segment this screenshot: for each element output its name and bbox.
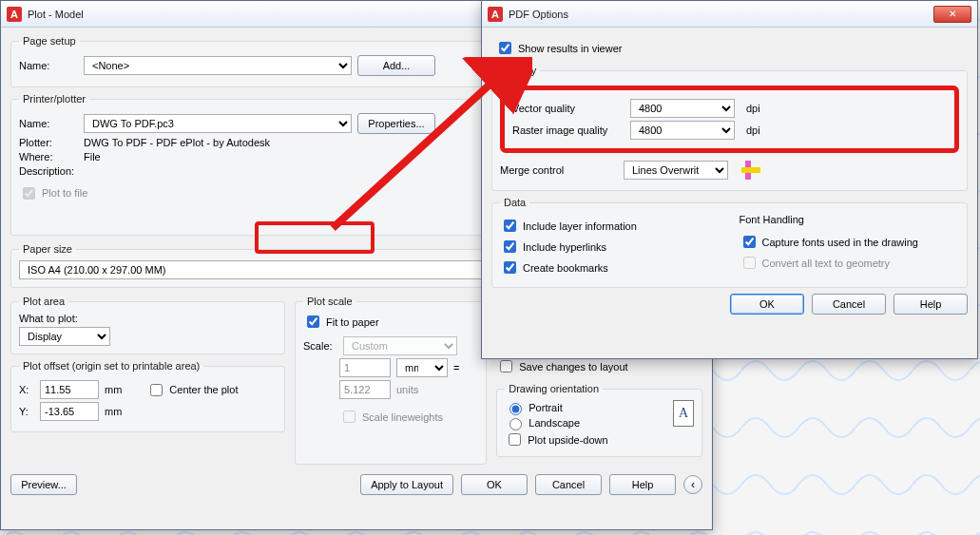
- pdf-ok-button[interactable]: OK: [730, 294, 804, 315]
- plot-to-file-checkbox: Plot to file: [19, 184, 87, 202]
- include-hyperlinks-checkbox[interactable]: Include hyperlinks: [500, 238, 721, 256]
- scale-equals: =: [453, 362, 459, 373]
- upside-down-checkbox[interactable]: Plot upside-down: [505, 430, 673, 449]
- quality-group: Quality Vector quality 4800 dpi Raster i…: [491, 65, 968, 191]
- convert-text-checkbox: Convert all text to geometry: [740, 254, 960, 272]
- data-legend: Data: [500, 197, 529, 208]
- merge-control-label: Merge control: [500, 164, 618, 176]
- orientation-icon: A: [673, 400, 694, 427]
- pdf-help-button[interactable]: Help: [894, 294, 968, 315]
- scale-lineweights-checkbox: Scale lineweights: [339, 408, 443, 426]
- font-handling-label: Font Handling: [740, 214, 960, 225]
- pdf-cancel-button[interactable]: Cancel: [812, 294, 886, 315]
- create-bookmarks-checkbox[interactable]: Create bookmarks: [500, 258, 721, 277]
- scale-numerator-input: [339, 358, 391, 377]
- vector-quality-label: Vector quality: [512, 103, 625, 114]
- offset-x-unit: mm: [105, 384, 122, 395]
- offset-y-unit: mm: [105, 406, 122, 417]
- portrait-radio[interactable]: Portrait: [505, 400, 673, 415]
- printer-legend: Printer/plotter: [19, 93, 89, 105]
- printer-name-select[interactable]: DWG To PDF.pc3: [84, 114, 352, 133]
- paper-size-group: Paper size ISO A4 (210.00 x 297.00 MM): [10, 243, 544, 288]
- plot-scale-group: Plot scale Fit to paper Scale: Custom mm…: [295, 296, 487, 465]
- where-label: Where:: [19, 151, 78, 162]
- data-group: Data Include layer information Include h…: [491, 197, 968, 288]
- orientation-group: Drawing orientation Portrait Landscape P…: [496, 383, 702, 457]
- scale-select: Custom: [343, 336, 457, 355]
- close-button[interactable]: ✕: [933, 6, 971, 23]
- paper-size-select[interactable]: ISO A4 (210.00 x 297.00 MM): [19, 260, 535, 279]
- page-setup-name-label: Name:: [19, 60, 78, 71]
- include-layer-checkbox[interactable]: Include layer information: [500, 217, 721, 235]
- plot-offset-legend: Plot offset (origin set to printable are…: [19, 360, 203, 372]
- capture-fonts-checkbox[interactable]: Capture fonts used in the drawing: [740, 233, 960, 251]
- raster-quality-select[interactable]: 4800: [630, 121, 735, 140]
- preview-button[interactable]: Preview...: [10, 474, 77, 495]
- vector-quality-select[interactable]: 4800: [630, 99, 735, 118]
- quality-highlight-box: Vector quality 4800 dpi Raster image qua…: [500, 86, 959, 153]
- orientation-legend: Drawing orientation: [505, 383, 603, 394]
- plot-area-group: Plot area What to plot: Display: [10, 296, 285, 354]
- vector-dpi-label: dpi: [746, 103, 760, 114]
- merge-control-select[interactable]: Lines Overwrite: [624, 161, 728, 180]
- scale-units-label: units: [396, 384, 418, 395]
- offset-y-input[interactable]: [40, 402, 99, 421]
- paper-size-legend: Paper size: [19, 243, 76, 255]
- page-setup-legend: Page setup: [19, 35, 80, 47]
- plot-cancel-button[interactable]: Cancel: [535, 474, 602, 495]
- raster-quality-label: Raster image quality: [512, 124, 625, 136]
- pdf-options-dialog: A PDF Options ✕ Show results in viewer Q…: [481, 0, 978, 359]
- page-setup-name-select[interactable]: <None>: [84, 56, 352, 75]
- printer-properties-button[interactable]: Properties...: [357, 113, 435, 134]
- center-plot-checkbox[interactable]: Center the plot: [146, 381, 238, 399]
- offset-x-input[interactable]: [40, 380, 99, 399]
- offset-y-label: Y:: [19, 406, 34, 417]
- quality-legend: Quality: [500, 65, 540, 76]
- expand-button[interactable]: ‹: [683, 475, 702, 494]
- scale-denominator-input: [339, 380, 391, 399]
- description-label: Description:: [19, 165, 78, 177]
- landscape-radio[interactable]: Landscape: [505, 415, 673, 430]
- what-to-plot-label: What to plot:: [19, 313, 277, 324]
- raster-dpi-label: dpi: [746, 124, 760, 136]
- pdf-title: PDF Options: [509, 9, 933, 20]
- where-value: File: [84, 151, 101, 162]
- plotter-value: DWG To PDF - PDF ePlot - by Autodesk: [84, 137, 270, 148]
- merge-overwrite-icon: [741, 161, 760, 180]
- show-results-checkbox[interactable]: Show results in viewer: [495, 39, 964, 57]
- plot-help-button[interactable]: Help: [609, 474, 676, 495]
- autocad-icon: A: [488, 7, 503, 22]
- scale-unit-select[interactable]: mm: [396, 358, 448, 377]
- save-changes-checkbox[interactable]: Save changes to layout: [496, 357, 627, 375]
- printer-name-label: Name:: [19, 118, 78, 129]
- plot-offset-group: Plot offset (origin set to printable are…: [10, 360, 285, 432]
- plot-ok-button[interactable]: OK: [461, 474, 528, 495]
- plot-area-legend: Plot area: [19, 296, 68, 307]
- what-to-plot-select[interactable]: Display: [19, 327, 110, 346]
- plot-scale-legend: Plot scale: [303, 296, 356, 307]
- autocad-icon: A: [7, 7, 22, 22]
- fit-to-paper-checkbox[interactable]: Fit to paper: [303, 313, 478, 331]
- plotter-label: Plotter:: [19, 137, 78, 148]
- page-setup-add-button[interactable]: Add...: [357, 55, 435, 76]
- apply-to-layout-button[interactable]: Apply to Layout: [360, 474, 453, 495]
- offset-x-label: X:: [19, 384, 34, 395]
- pdf-titlebar[interactable]: A PDF Options ✕: [482, 1, 977, 28]
- scale-label: Scale:: [303, 340, 337, 352]
